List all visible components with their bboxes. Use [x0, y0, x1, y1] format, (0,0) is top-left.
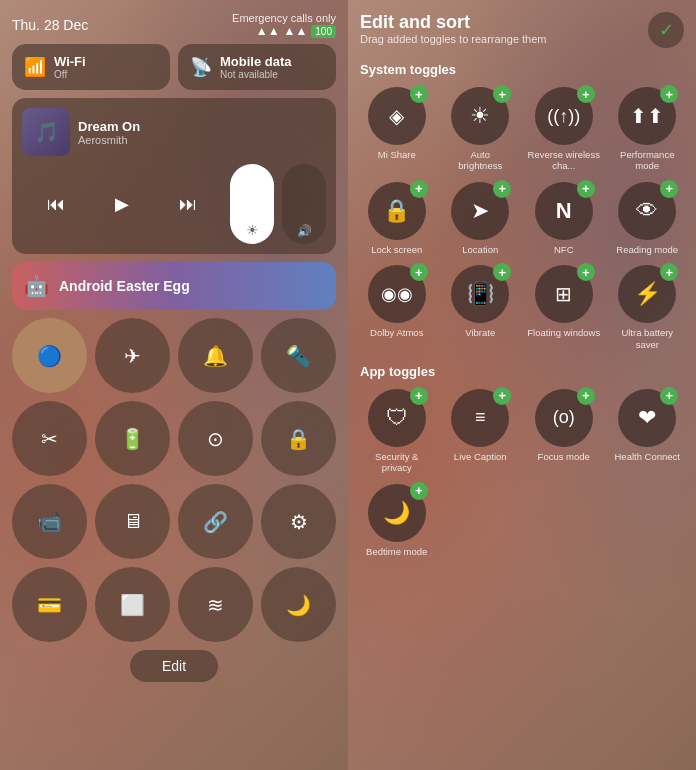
wifi-toggle[interactable]: 📶 Wi-Fi Off — [12, 44, 170, 90]
health-connect-label: Health Connect — [615, 451, 680, 462]
add-badge: + — [410, 180, 428, 198]
security-privacy-circle: 🛡 + — [368, 389, 426, 447]
lock-toggle[interactable]: 🔒 — [261, 401, 336, 476]
reading-mode-icon: 👁 — [636, 198, 658, 224]
battery-icon: 100 — [311, 25, 336, 38]
auto-brightness-icon: ☀ — [470, 103, 490, 129]
prev-button[interactable]: ⏮ — [47, 194, 65, 215]
mobile-sublabel: Not available — [220, 69, 292, 80]
moon-toggle[interactable]: 🌙 — [261, 567, 336, 642]
add-badge: + — [493, 263, 511, 281]
media-section: 🎵 Dream On Aerosmith ⏮ ▶ ⏭ — [12, 98, 336, 254]
card-toggle[interactable]: 💳 — [12, 567, 87, 642]
security-privacy-icon: 🛡 — [386, 405, 408, 431]
health-connect-circle: ❤ + — [618, 389, 676, 447]
quick-toggles-grid: 🔵 ✈ 🔔 🔦 ✂ 🔋 ⊙ 🔒 📹 🖥 🔗 ⚙ 💳 ⬜ ≋ 🌙 — [12, 318, 336, 642]
confirm-button[interactable]: ✓ — [648, 12, 684, 48]
bedtime-mode-icon: 🌙 — [383, 500, 410, 526]
ultra-battery-label: Ultra battery saver — [611, 327, 685, 350]
add-badge: + — [493, 180, 511, 198]
easter-egg-label: Android Easter Egg — [59, 278, 190, 294]
dolby-toggle[interactable]: ◉◉ + Dolby Atmos — [360, 265, 434, 350]
bluetooth-toggle[interactable]: 🔵 — [12, 318, 87, 393]
easter-egg-icon: 🤖 — [24, 274, 49, 298]
reverse-wireless-icon: ((↑)) — [547, 106, 580, 127]
scissors-toggle[interactable]: ✂ — [12, 401, 87, 476]
live-caption-toggle[interactable]: ≡ + Live Caption — [444, 389, 518, 474]
airplane-toggle[interactable]: ✈ — [95, 318, 170, 393]
focus-mode-icon: (o) — [553, 407, 575, 428]
performance-toggle[interactable]: ⬆⬆ + Performance mode — [611, 87, 685, 172]
auto-brightness-toggle[interactable]: ☀ + Autobrightness — [444, 87, 518, 172]
health-connect-toggle[interactable]: ❤ + Health Connect — [611, 389, 685, 474]
bell-toggle[interactable]: 🔔 — [178, 318, 253, 393]
lock-screen-icon: 🔒 — [383, 198, 410, 224]
location-icon: ➤ — [471, 198, 489, 224]
auto-brightness-label: Autobrightness — [458, 149, 502, 172]
nfc-label: NFC — [554, 244, 574, 255]
link-toggle[interactable]: 🔗 — [178, 484, 253, 559]
flashlight-toggle[interactable]: 🔦 — [261, 318, 336, 393]
mi-share-label: Mi Share — [378, 149, 416, 160]
easter-egg-button[interactable]: 🤖 Android Easter Egg — [12, 262, 336, 310]
add-badge: + — [660, 85, 678, 103]
nfc-icon: N — [556, 198, 572, 224]
artist-name: Aerosmith — [78, 134, 326, 146]
volume-slider[interactable] — [282, 164, 326, 244]
floating-windows-toggle[interactable]: ⊞ + Floating windows — [527, 265, 601, 350]
right-panel: Edit and sort Drag added toggles to rear… — [348, 0, 696, 770]
reading-mode-circle: 👁 + — [618, 182, 676, 240]
screen-toggle[interactable]: 🖥 — [95, 484, 170, 559]
mobile-data-toggle[interactable]: 📡 Mobile data Not available — [178, 44, 336, 90]
connectivity-row: 📶 Wi-Fi Off 📡 Mobile data Not available — [12, 44, 336, 90]
performance-icon: ⬆⬆ — [630, 104, 664, 128]
edit-title: Edit and sort — [360, 12, 547, 33]
location-circle: ➤ + — [451, 182, 509, 240]
mobile-label: Mobile data — [220, 54, 292, 69]
status-icons: ▲▲ ▲▲ 100 — [256, 24, 336, 38]
circle-toggle[interactable]: ⊙ — [178, 401, 253, 476]
location-toggle[interactable]: ➤ + Location — [444, 182, 518, 255]
settings-toggle[interactable]: ⚙ — [261, 484, 336, 559]
mobile-icon: 📡 — [190, 56, 212, 78]
dolby-label: Dolby Atmos — [370, 327, 423, 338]
vibrate-label: Vibrate — [465, 327, 495, 338]
mi-share-toggle[interactable]: ◈ + Mi Share — [360, 87, 434, 172]
camera-toggle[interactable]: 📹 — [12, 484, 87, 559]
reading-mode-label: Reading mode — [616, 244, 678, 255]
status-bar: Thu. 28 Dec Emergency calls only ▲▲ ▲▲ 1… — [12, 12, 336, 38]
bedtime-mode-label: Bedtime mode — [366, 546, 427, 557]
mi-share-circle: ◈ + — [368, 87, 426, 145]
mi-share-icon: ◈ — [389, 104, 404, 128]
song-title: Dream On — [78, 119, 326, 134]
scan-toggle[interactable]: ⬜ — [95, 567, 170, 642]
left-panel: Thu. 28 Dec Emergency calls only ▲▲ ▲▲ 1… — [0, 0, 348, 770]
security-privacy-toggle[interactable]: 🛡 + Security & privacy — [360, 389, 434, 474]
nfc-toggle-right[interactable]: N + NFC — [527, 182, 601, 255]
battery-saver-toggle[interactable]: 🔋 — [95, 401, 170, 476]
reverse-wireless-label: Reverse wireless cha... — [527, 149, 601, 172]
app-toggles-grid: 🛡 + Security & privacy ≡ + Live Caption … — [360, 389, 684, 557]
dolby-circle: ◉◉ + — [368, 265, 426, 323]
live-caption-icon: ≡ — [475, 407, 486, 428]
brightness-slider[interactable] — [230, 164, 274, 244]
next-button[interactable]: ⏭ — [179, 194, 197, 215]
media-top: 🎵 Dream On Aerosmith — [22, 108, 326, 156]
edit-button[interactable]: Edit — [130, 650, 218, 682]
system-toggles-grid: ◈ + Mi Share ☀ + Autobrightness ((↑)) + … — [360, 87, 684, 350]
nfc-toggle[interactable]: ≋ — [178, 567, 253, 642]
floating-windows-icon: ⊞ — [555, 282, 572, 306]
vibrate-toggle[interactable]: 📳 + Vibrate — [444, 265, 518, 350]
edit-header-text: Edit and sort Drag added toggles to rear… — [360, 12, 547, 45]
ultra-battery-toggle[interactable]: ⚡ + Ultra battery saver — [611, 265, 685, 350]
add-badge: + — [410, 85, 428, 103]
play-button[interactable]: ▶ — [115, 193, 129, 215]
bedtime-mode-toggle[interactable]: 🌙 + Bedtime mode — [360, 484, 434, 557]
reading-mode-toggle[interactable]: 👁 + Reading mode — [611, 182, 685, 255]
performance-label: Performance mode — [611, 149, 685, 172]
reverse-wireless-toggle[interactable]: ((↑)) + Reverse wireless cha... — [527, 87, 601, 172]
add-badge: + — [577, 180, 595, 198]
focus-mode-toggle[interactable]: (o) + Focus mode — [527, 389, 601, 474]
add-badge: + — [577, 85, 595, 103]
lock-screen-toggle[interactable]: 🔒 + Lock screen — [360, 182, 434, 255]
